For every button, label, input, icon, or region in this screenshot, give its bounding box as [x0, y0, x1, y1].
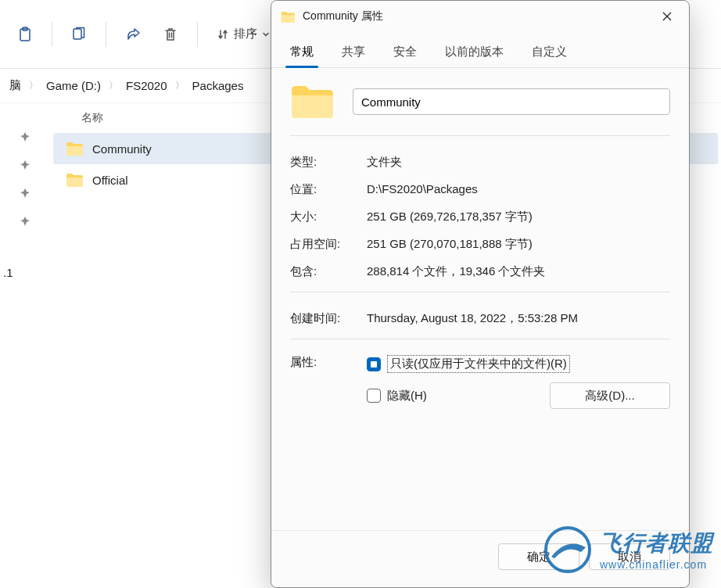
advanced-button[interactable]: 高级(D)...: [550, 382, 670, 409]
svg-rect-2: [74, 29, 81, 39]
pin-icon: [20, 160, 30, 170]
sort-label: 排序: [234, 27, 257, 41]
file-name: Community: [92, 142, 152, 156]
prop-value-type: 文件夹: [367, 155, 670, 170]
share-button[interactable]: [116, 17, 150, 52]
toolbar-separator: [106, 22, 106, 47]
prop-label-contains: 包含:: [290, 264, 367, 279]
divider: [290, 339, 670, 339]
dialog-title: Community 属性: [303, 9, 644, 23]
share-icon: [125, 27, 141, 42]
hidden-checkbox[interactable]: [367, 389, 381, 403]
cancel-button[interactable]: 取消: [589, 543, 670, 570]
sort-button[interactable]: 排序: [207, 17, 279, 52]
prop-label-created: 创建时间:: [290, 311, 367, 326]
tab-share[interactable]: 共享: [337, 38, 370, 67]
prop-value-location: D:\FS2020\Packages: [367, 182, 670, 197]
ok-button[interactable]: 确定: [498, 543, 579, 570]
prop-label-attributes: 属性:: [290, 355, 367, 370]
close-icon: [662, 12, 672, 21]
breadcrumb-item[interactable]: 脑: [3, 75, 27, 96]
chevron-right-icon: 〉: [107, 79, 120, 92]
prop-value-created: Thursday, August 18, 2022，5:53:28 PM: [367, 311, 670, 326]
file-name: Official: [92, 174, 128, 187]
clipboard-icon: [17, 27, 33, 42]
breadcrumb-item[interactable]: FS2020: [120, 76, 174, 95]
chevron-right-icon: 〉: [27, 79, 40, 92]
properties-dialog: Community 属性 常规 共享 安全 以前的版本 自定义 类型:文件夹 位…: [271, 0, 690, 588]
prop-label-location: 位置:: [290, 182, 367, 197]
delete-button[interactable]: [153, 17, 188, 52]
toolbar-separator: [52, 22, 52, 47]
prop-label-size: 大小:: [290, 210, 367, 224]
folder-icon: [66, 173, 83, 187]
readonly-label[interactable]: 只读(仅应用于文件夹中的文件)(R): [387, 355, 570, 373]
folder-large-icon: [290, 84, 334, 120]
pin-icon: [20, 131, 30, 142]
trash-icon: [163, 27, 178, 42]
prop-value-sizeondisk: 251 GB (270,070,181,888 字节): [367, 237, 670, 252]
folder-icon: [66, 142, 83, 156]
tab-security[interactable]: 安全: [389, 38, 421, 67]
prop-value-contains: 288,814 个文件，19,346 个文件夹: [367, 264, 670, 279]
breadcrumb-item[interactable]: Game (D:): [40, 76, 107, 95]
copy-icon: [71, 27, 87, 42]
dialog-footer: 确定 取消: [271, 530, 689, 587]
pinned-column: [0, 103, 50, 588]
divider: [290, 292, 670, 292]
tab-general[interactable]: 常规: [285, 38, 318, 67]
pin-icon: [20, 216, 30, 227]
prop-value-size: 251 GB (269,726,178,357 字节): [367, 210, 670, 224]
folder-name-input[interactable]: [353, 88, 670, 115]
hidden-label[interactable]: 隐藏(H): [387, 389, 427, 403]
prop-label-type: 类型:: [290, 155, 367, 170]
breadcrumb-item[interactable]: Packages: [186, 76, 250, 95]
tab-previous[interactable]: 以前的版本: [440, 38, 508, 67]
readonly-checkbox[interactable]: [367, 357, 381, 371]
chevron-down-icon: [262, 30, 270, 38]
close-button[interactable]: [651, 4, 683, 29]
toolbar-separator: [197, 22, 198, 47]
pin-icon: [20, 188, 30, 199]
divider: [290, 135, 670, 136]
truncated-text: .1: [3, 266, 13, 279]
folder-icon: [281, 11, 295, 23]
prop-label-sizeondisk: 占用空间:: [290, 237, 367, 252]
dialog-titlebar[interactable]: Community 属性: [271, 1, 689, 32]
sort-icon: [217, 28, 229, 41]
tab-custom[interactable]: 自定义: [527, 38, 572, 67]
chevron-right-icon: 〉: [174, 79, 186, 92]
copy-button[interactable]: [62, 17, 96, 52]
dialog-tabs: 常规 共享 安全 以前的版本 自定义: [271, 32, 689, 68]
cut-button[interactable]: [8, 17, 42, 52]
